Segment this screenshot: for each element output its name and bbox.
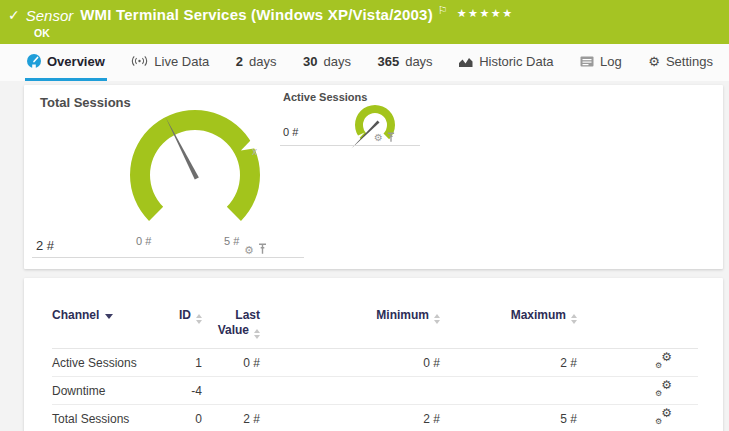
channel-id: 1 bbox=[162, 349, 202, 377]
column-header-channel[interactable]: Channel bbox=[52, 308, 162, 349]
sensor-kind-label: Sensor bbox=[26, 7, 74, 24]
column-header-actions bbox=[577, 308, 698, 349]
active-sessions-value: 0 # bbox=[283, 126, 298, 138]
channel-maximum: 2 # bbox=[440, 349, 577, 377]
column-label: ID bbox=[179, 308, 191, 322]
channel-last-value bbox=[202, 377, 260, 405]
column-label: Maximum bbox=[511, 308, 566, 322]
column-label: Channel bbox=[52, 308, 99, 322]
column-header-minimum[interactable]: Minimum bbox=[260, 308, 440, 349]
channel-minimum: 2 # bbox=[260, 405, 440, 431]
total-sessions-gauge bbox=[120, 100, 270, 250]
flag-icon[interactable]: ⚐ bbox=[438, 4, 448, 17]
channel-settings-icon[interactable]: ⚙⚙ bbox=[655, 409, 672, 425]
gear-icon: ⚙ bbox=[648, 55, 660, 68]
total-sessions-value: 2 # bbox=[36, 238, 54, 253]
tab-30-days[interactable]: 30 days bbox=[301, 44, 353, 81]
table-row: Total Sessions 0 2 # 2 # 5 # ⚙⚙ bbox=[52, 405, 698, 431]
table-row: Active Sessions 1 0 # 0 # 2 # ⚙⚙ bbox=[52, 349, 698, 377]
table-header-row: Channel ID Last Value Minimum Maximum bbox=[52, 308, 698, 349]
sort-icon bbox=[571, 314, 577, 324]
gauge-gear-icon[interactable]: ⚙ bbox=[244, 245, 254, 256]
sort-icon bbox=[196, 314, 202, 324]
gauge-title-total-sessions: Total Sessions bbox=[40, 95, 131, 110]
chart-icon bbox=[459, 56, 473, 67]
tab-label-number: 30 bbox=[303, 54, 317, 69]
tab-label-number: 365 bbox=[377, 54, 399, 69]
channel-maximum: 5 # bbox=[440, 405, 577, 431]
column-header-id[interactable]: ID bbox=[162, 308, 202, 349]
tab-settings[interactable]: ⚙ Settings bbox=[646, 44, 715, 81]
channels-panel: Channel ID Last Value Minimum Maximum bbox=[24, 278, 723, 431]
channel-id: -4 bbox=[162, 377, 202, 405]
gauge-scale-max: 5 # bbox=[224, 235, 239, 247]
tab-bar: Overview Live Data 2 days 30 days 365 da… bbox=[0, 44, 729, 81]
priority-stars[interactable]: ★★★★★ bbox=[457, 7, 514, 20]
channel-minimum: 0 # bbox=[260, 349, 440, 377]
broadcast-icon bbox=[131, 55, 148, 67]
channel-last-value: 2 # bbox=[202, 405, 260, 431]
gauge-gear-icon[interactable]: ⚙ bbox=[374, 133, 383, 143]
tab-overview[interactable]: Overview bbox=[25, 44, 107, 81]
tab-365-days[interactable]: 365 days bbox=[375, 44, 434, 81]
channel-id: 0 bbox=[162, 405, 202, 431]
table-row: Downtime -4 ⚙⚙ bbox=[52, 377, 698, 405]
gauge-limit-marker: x bbox=[252, 146, 257, 157]
tab-label-number: 2 bbox=[236, 54, 243, 69]
tab-label: Log bbox=[600, 54, 622, 69]
channel-name[interactable]: Active Sessions bbox=[52, 349, 162, 377]
gauge-divider bbox=[280, 145, 420, 146]
tab-label: days bbox=[323, 54, 350, 69]
sort-desc-icon bbox=[105, 314, 113, 319]
channel-name[interactable]: Downtime bbox=[52, 377, 162, 405]
tab-2-days[interactable]: 2 days bbox=[234, 44, 279, 81]
channel-settings-icon[interactable]: ⚙⚙ bbox=[655, 353, 672, 369]
sensor-header: ✓ Sensor WMI Terminal Services (Windows … bbox=[0, 0, 729, 44]
tab-label: days bbox=[405, 54, 432, 69]
gauge-scale-min: 0 # bbox=[136, 235, 151, 247]
gauge-divider bbox=[32, 257, 304, 258]
gauge-icon bbox=[27, 54, 41, 68]
page-title: WMI Terminal Services (Windows XP/Vista/… bbox=[80, 6, 433, 23]
column-label: Minimum bbox=[376, 308, 429, 322]
tab-live-data[interactable]: Live Data bbox=[129, 44, 211, 81]
active-sessions-gauge bbox=[340, 90, 410, 160]
channel-settings-icon[interactable]: ⚙⚙ bbox=[655, 381, 672, 397]
tab-label: Overview bbox=[47, 54, 105, 69]
channel-maximum bbox=[440, 377, 577, 405]
gauges-panel: Total Sessions x 0 # 5 # 2 # ⚙ Active Se… bbox=[24, 85, 723, 269]
tab-label: Live Data bbox=[154, 54, 209, 69]
tab-label: Settings bbox=[666, 54, 713, 69]
sensor-overview-page: ✓ Sensor WMI Terminal Services (Windows … bbox=[0, 0, 729, 431]
status-badge: OK bbox=[34, 27, 50, 39]
channel-last-value: 0 # bbox=[202, 349, 260, 377]
column-header-maximum[interactable]: Maximum bbox=[440, 308, 577, 349]
column-header-last-value[interactable]: Last Value bbox=[202, 308, 260, 349]
channel-name[interactable]: Total Sessions bbox=[52, 405, 162, 431]
sort-icon bbox=[254, 329, 260, 339]
status-check-icon: ✓ bbox=[8, 7, 20, 23]
channel-minimum bbox=[260, 377, 440, 405]
tab-label: days bbox=[249, 54, 276, 69]
sort-icon bbox=[434, 314, 440, 324]
tab-log[interactable]: Log bbox=[578, 44, 624, 81]
tab-label: Historic Data bbox=[479, 54, 553, 69]
tab-historic-data[interactable]: Historic Data bbox=[457, 44, 555, 81]
log-icon bbox=[580, 56, 594, 67]
channels-table: Channel ID Last Value Minimum Maximum bbox=[52, 308, 698, 431]
